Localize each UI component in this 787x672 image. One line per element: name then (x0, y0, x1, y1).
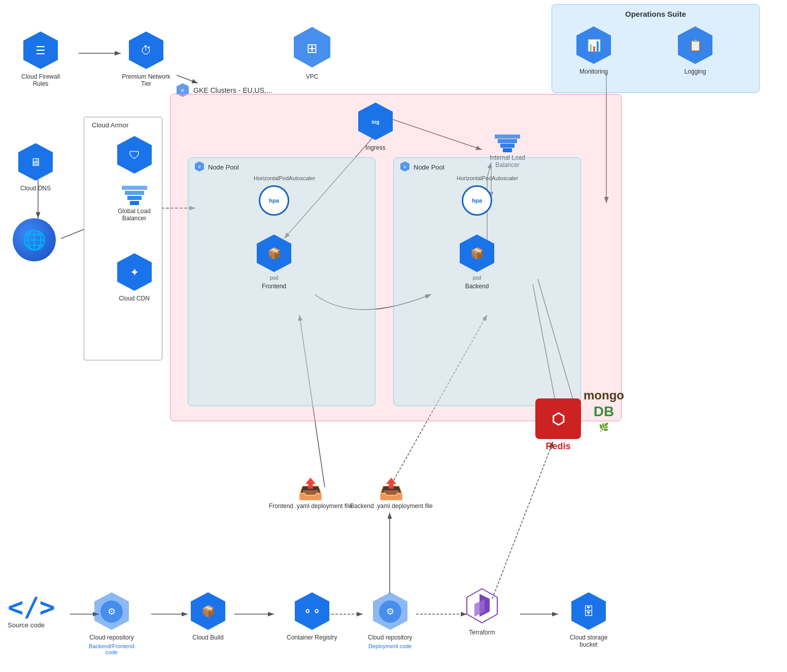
terraform-wrap: Terraform (462, 586, 502, 636)
source-code-label: Source code (8, 621, 45, 629)
ingress-icon: ing (372, 119, 380, 125)
node-pool-2-icon: ⊛ (403, 165, 406, 169)
diagram-container: Operations Suite 📊 Monitoring 📋 Logging … (0, 0, 787, 672)
cloud-repo-2-label: Cloud repository (368, 634, 412, 641)
frontend-pod-wrap: 📦 pod Frontend (254, 233, 294, 290)
cloud-cdn-hex: ✦ (114, 252, 155, 293)
svg-line-4 (177, 75, 198, 83)
frontend-pod-label: Frontend (262, 283, 286, 290)
frontend-yaml-label: Frontend .yaml deployment file (269, 502, 352, 510)
vpc-hex: ⊞ (289, 25, 335, 71)
logging-wrap: 📋 Logging (675, 25, 715, 75)
mongodb-label-area: 🌿 (599, 422, 609, 432)
cloud-storage-hex: 🗄 (568, 591, 609, 632)
terraform-label: Terraform (469, 629, 495, 636)
backend-pod-hex: 📦 (457, 233, 497, 274)
network-tier-wrap: ⏱ Premium Network Tier (121, 30, 172, 87)
redis-symbol: ⬡ (552, 410, 565, 428)
node-pool-1-icon: ⊛ (198, 165, 201, 169)
logging-hex: 📋 (675, 25, 715, 66)
node-pool-1-label-wrap: ⊛ Node Pool (193, 161, 239, 173)
monitoring-icon: 📊 (587, 39, 601, 52)
network-tier-icon: ⏱ (141, 44, 152, 57)
cloud-repo-2-hex: ⚙ (370, 591, 410, 632)
container-registry-hex: ⚬⚬ (292, 591, 332, 632)
container-registry-icon: ⚬⚬ (303, 605, 321, 618)
hpa-1-circle-text: hpa (269, 197, 279, 204)
cloud-storage-icon: 🗄 (583, 605, 594, 618)
ingress-hex: ing (355, 102, 396, 142)
cloud-build-wrap: 📦 Cloud Build (188, 591, 228, 641)
firewall-label: Cloud Firewall Rules (15, 73, 66, 87)
node-pool-2-label: Node Pool (414, 163, 444, 171)
cloud-armor-shield-hex: 🛡 (114, 135, 155, 176)
internal-lb-icon (495, 135, 520, 152)
backend-pod-wrap: 📦 pod Backend (457, 233, 497, 290)
cloud-armor-label: Cloud Armor (92, 121, 128, 129)
logging-label: Logging (685, 68, 706, 75)
cloud-storage-label: Cloud storage bucket (563, 634, 614, 648)
cloud-repo-1-label: Cloud repository (89, 634, 133, 641)
node-pool-1-label: Node Pool (208, 163, 239, 171)
ingress-label: Ingress (365, 144, 385, 151)
glb-icon (122, 186, 147, 205)
monitoring-label: Monitoring (579, 68, 608, 75)
cloud-dns-hex: 🖥 (15, 142, 56, 183)
cloud-armor-shield-wrap: 🛡 (95, 135, 173, 176)
logging-icon: 📋 (689, 39, 702, 52)
cloud-dns-wrap: 🖥 Cloud DNS (15, 142, 56, 192)
cloud-cdn-icon: ✦ (130, 266, 139, 279)
ingress-wrap: ing Ingress (355, 102, 396, 151)
backend-pod-label: Backend (465, 283, 489, 290)
redis-label: Redis (545, 441, 570, 452)
terraform-icon (462, 586, 502, 627)
hpa-2-circle: hpa (462, 185, 492, 216)
mongodb-wrap: mongo DB 🌿 (584, 388, 624, 432)
cloud-build-label: Cloud Build (192, 634, 223, 641)
firewall-wrap: ☰ Cloud Firewall Rules (15, 30, 66, 87)
vpc-wrap: ⊞ VPC (289, 25, 335, 80)
frontend-pod-hex: 📦 (254, 233, 294, 274)
svg-line-24 (492, 442, 553, 599)
globe-icon: 🌐 (13, 218, 56, 261)
cloud-repo-2-wrap: ⚙ Cloud repository Deployment code (368, 591, 412, 649)
firewall-hex: ☰ (20, 30, 61, 71)
mongodb-logo-text: mongo DB (584, 388, 624, 420)
hpa-1-label: HorizontalPodAutoscaler (254, 175, 315, 181)
backend-yaml-wrap: 📤 Backend .yaml deployment file (350, 477, 433, 510)
cloud-repo-2-sublabel: Deployment code (368, 643, 412, 649)
backend-yaml-icon: 📤 (350, 477, 433, 501)
operations-suite-label: Operations Suite (625, 10, 686, 18)
container-registry-wrap: ⚬⚬ Container Registry (287, 591, 337, 641)
hpa-1-circle-wrap: hpa (259, 185, 289, 216)
cloud-dns-label: Cloud DNS (20, 185, 51, 192)
cloud-armor-shield-icon: 🛡 (129, 149, 140, 162)
network-tier-hex: ⏱ (126, 30, 166, 71)
source-code-icon: </> (8, 594, 55, 620)
glb-label: Global Load Balancer (109, 208, 160, 222)
redis-icon: ⬡ (535, 398, 581, 439)
vpc-label: VPC (306, 73, 319, 80)
hpa-2-circle-wrap: hpa (462, 185, 492, 216)
cloud-cdn-label: Cloud CDN (119, 295, 150, 302)
cloud-armor-box: Cloud Armor 🛡 Global Load Balancer (84, 117, 162, 360)
cloud-repo-1-hex: ⚙ (91, 591, 132, 632)
node-pool-2-label-wrap: ⊛ Node Pool (399, 161, 444, 173)
cloud-build-hex: 📦 (188, 591, 228, 632)
gke-hex-icon: ⊛ (181, 88, 185, 93)
source-code-wrap: </> Source code (8, 594, 55, 629)
frontend-yaml-wrap: 📤 Frontend .yaml deployment file (269, 477, 352, 510)
network-tier-label: Premium Network Tier (121, 73, 172, 87)
frontend-pod-icon: 📦 (267, 247, 281, 260)
vpc-icon: ⊞ (306, 41, 318, 56)
backend-pod-icon: 📦 (470, 247, 484, 260)
cloud-repo-2-icon: ⚙ (386, 606, 394, 617)
cloud-build-icon: 📦 (201, 605, 215, 618)
mongodb-leaf-icon: 🌿 (599, 423, 609, 431)
glb-wrap: Global Load Balancer (95, 186, 173, 222)
monitoring-hex: 📊 (573, 25, 614, 66)
cloud-cdn-wrap: ✦ Cloud CDN (95, 252, 173, 302)
monitoring-wrap: 📊 Monitoring (573, 25, 614, 75)
container-registry-label: Container Registry (287, 634, 337, 641)
globe-wrap: 🌐 (13, 218, 56, 261)
